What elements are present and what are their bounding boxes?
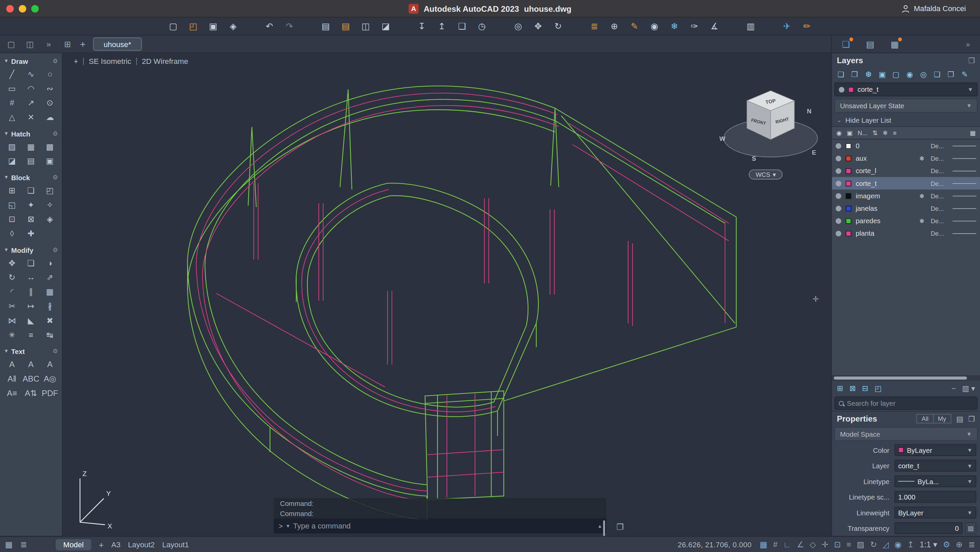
batch-plot-icon[interactable]: ▤ xyxy=(339,19,352,33)
layer-color-swatch[interactable] xyxy=(846,218,851,223)
collapse-panel-icon[interactable]: − xyxy=(951,384,956,392)
selection-cycling-icon[interactable]: ↻ xyxy=(870,540,877,549)
unlock-layer-icon[interactable]: ▢ xyxy=(890,70,902,79)
attach-xref-icon[interactable]: ❏ xyxy=(455,19,469,33)
layer-on-indicator[interactable] xyxy=(835,168,841,174)
selection-dropdown[interactable]: Model Space ▼ xyxy=(835,427,978,441)
panel-tab-materials[interactable]: ▦ xyxy=(891,39,899,49)
check-spelling-tool[interactable]: ABC xyxy=(22,372,40,386)
arc-tool[interactable]: ◠ xyxy=(22,81,40,96)
palette-section-hatch[interactable]: ▼ Hatch ⚙ xyxy=(0,128,62,139)
linetype-dropdown[interactable]: ByLa... ▼ xyxy=(894,475,976,487)
turn-on-all-layers-icon[interactable]: ❏ xyxy=(835,70,846,79)
edit-attribute-tool[interactable]: ✧ xyxy=(40,198,59,212)
user-account[interactable]: Mafalda Concei xyxy=(901,0,980,18)
explode-tool[interactable]: ✳ xyxy=(2,328,21,342)
gradient-tool[interactable]: ▦ xyxy=(22,139,40,154)
command-input-row[interactable]: > ▾ ▴ xyxy=(274,518,606,533)
freeze-icon[interactable]: ❄ xyxy=(918,192,926,199)
viewcube-west[interactable]: W xyxy=(719,135,725,142)
lengthen-tool[interactable]: ↹ xyxy=(40,328,59,342)
tab-overflow-icon[interactable]: » xyxy=(43,39,55,49)
layer-unisolate-icon[interactable]: ◎ xyxy=(918,70,929,79)
layer-color-swatch[interactable] xyxy=(846,168,851,174)
mirror-tool[interactable]: ◑ xyxy=(40,256,59,270)
publish-icon[interactable]: ◪ xyxy=(379,19,392,33)
new-drawing-tab-button[interactable]: + xyxy=(80,39,85,49)
stretch-tool[interactable]: ↔ xyxy=(22,270,40,285)
field-icon[interactable]: ◷ xyxy=(475,19,489,33)
open-file-icon[interactable]: ◰ xyxy=(186,19,200,33)
filter-my-button[interactable]: My xyxy=(934,414,951,424)
gear-icon[interactable]: ⚙ xyxy=(52,246,58,253)
layer-color-swatch[interactable] xyxy=(846,143,851,148)
checkbox-column-icon[interactable]: ▣ xyxy=(846,129,853,136)
lineweight-dropdown[interactable]: ByLayer ▼ xyxy=(894,507,976,518)
export-pdf-tool[interactable]: PDF xyxy=(40,386,59,400)
layer-on-indicator[interactable] xyxy=(835,206,841,211)
dynamic-ucs-icon[interactable]: ◿ xyxy=(883,540,889,549)
layer-properties-icon[interactable]: ≣ xyxy=(588,19,601,33)
wcs-dropdown[interactable]: WCS ▾ xyxy=(749,169,783,180)
linetype-scale-input[interactable]: 1.000 xyxy=(894,491,976,503)
new-drawing-icon[interactable]: ▢ xyxy=(166,19,180,33)
layer-color-swatch[interactable] xyxy=(846,180,851,186)
panel-tab-layers[interactable]: ❏ xyxy=(842,39,850,49)
layer-on-indicator[interactable] xyxy=(835,193,841,199)
layer-row[interactable]: janelas De... xyxy=(832,202,980,214)
layer-dropdown[interactable]: corte_t ▼ xyxy=(894,459,976,471)
delete-layer-icon[interactable]: ⊟ xyxy=(862,384,869,392)
hatch-tool[interactable]: ▨ xyxy=(2,139,21,154)
spline-tool[interactable]: ∾ xyxy=(40,81,59,96)
ungroup-tool[interactable]: ◊ xyxy=(2,226,21,241)
column-grid-icon[interactable]: ▦ xyxy=(970,129,976,136)
plot-preview-icon[interactable]: ◫ xyxy=(359,19,372,33)
sort-icon[interactable]: ⇅ xyxy=(872,129,878,136)
match-properties-icon[interactable]: ✑ xyxy=(687,19,701,33)
command-copy-icon[interactable]: ❐ xyxy=(616,522,624,531)
justify-text-tool[interactable]: A⇅ xyxy=(22,386,40,400)
layer-on-indicator[interactable] xyxy=(835,180,841,186)
polygon-tool[interactable]: △ xyxy=(2,110,21,124)
redo-icon[interactable]: ↷ xyxy=(283,19,296,33)
layout-tab[interactable]: Layout1 xyxy=(162,540,189,549)
export-icon[interactable]: ↥ xyxy=(435,19,449,33)
revision-cloud-tool[interactable]: ☁ xyxy=(40,110,59,124)
freeze-icon[interactable]: ❄ xyxy=(918,217,926,224)
horizontal-scrollbar[interactable] xyxy=(832,375,980,381)
palette-grid-icon[interactable]: ▦ xyxy=(5,540,13,549)
line-tool[interactable]: ╱ xyxy=(2,67,21,81)
gear-icon[interactable]: ⚙ xyxy=(52,130,58,137)
edit-hatch-tool[interactable]: ▣ xyxy=(40,154,59,168)
hide-layer-list-toggle[interactable]: ⌄ Hide Layer List xyxy=(832,114,980,126)
layer-match-icon[interactable]: ✎ xyxy=(959,70,970,79)
layer-isolate-icon[interactable]: ◉ xyxy=(904,70,915,79)
palette-menu-icon[interactable]: ≣ xyxy=(20,540,27,549)
break-tool[interactable]: ∦ xyxy=(40,299,59,313)
command-input[interactable] xyxy=(293,522,595,530)
color-dropdown[interactable]: ByLayer ▼ xyxy=(894,444,976,456)
layer-color-swatch[interactable] xyxy=(846,155,851,161)
zoom-window-icon[interactable]: ◎ xyxy=(511,19,525,33)
layer-row[interactable]: aux ❄ De... xyxy=(832,152,980,164)
lock-layer-icon[interactable]: ▣ xyxy=(876,70,888,79)
zoom-button[interactable] xyxy=(31,5,39,12)
layer-color-swatch[interactable] xyxy=(846,193,851,199)
freeze-column-icon[interactable]: ❄ xyxy=(883,129,888,136)
extend-tool[interactable]: ↦ xyxy=(22,299,40,313)
write-block-tool[interactable]: ◰ xyxy=(40,183,59,198)
save-as-icon[interactable]: ◈ xyxy=(226,19,240,33)
align-tool[interactable]: ≡ xyxy=(22,328,40,342)
match-layer-icon[interactable]: ✎ xyxy=(628,19,641,33)
align-text-tool[interactable]: A‖ xyxy=(2,372,21,386)
name-column-header[interactable]: N... xyxy=(858,129,867,136)
annotation-scale-control[interactable]: 1:1 ▾ xyxy=(920,540,937,549)
layer-search-box[interactable] xyxy=(835,396,978,410)
define-attribute-tool[interactable]: ✦ xyxy=(22,198,40,212)
insert-block-tool[interactable]: ⊞ xyxy=(2,183,21,198)
snap-mode-icon[interactable]: # xyxy=(773,540,777,549)
markup-import-icon[interactable]: ✏ xyxy=(800,19,814,33)
join-tool[interactable]: ⋈ xyxy=(2,313,21,328)
thaw-all-layers-icon[interactable]: ❐ xyxy=(849,70,861,79)
create-block-tool[interactable]: ❏ xyxy=(22,183,40,198)
